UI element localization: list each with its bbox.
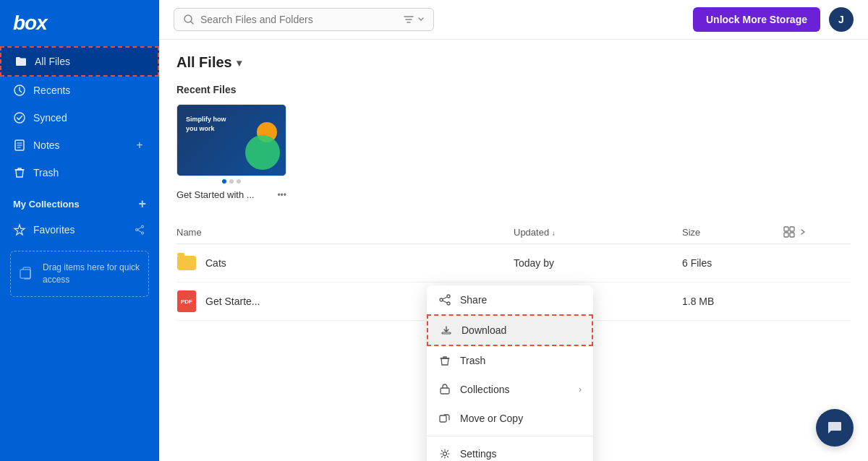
- notes-icon: [13, 139, 26, 152]
- content-area: All Files ▾ Recent Files Simplify how yo…: [159, 40, 868, 461]
- file-thumbnail: Simplify how you work: [176, 104, 286, 176]
- context-menu: Share Download: [427, 285, 593, 461]
- context-move-label: Move or Copy: [460, 413, 582, 424]
- unlock-storage-button[interactable]: Unlock More Storage: [693, 7, 820, 32]
- recent-file-card[interactable]: Simplify how you work Get Started with .…: [176, 104, 286, 200]
- sidebar-item-trash[interactable]: Trash: [0, 159, 159, 186]
- search-bar[interactable]: [174, 8, 434, 31]
- folder-type-icon: [176, 253, 197, 273]
- svg-rect-9: [790, 227, 794, 231]
- sidebar-item-label-notes: Notes: [33, 139, 126, 151]
- download-icon: [440, 324, 453, 337]
- svg-point-4: [142, 232, 144, 234]
- sidebar-item-notes[interactable]: Notes +: [0, 132, 159, 159]
- topbar: Unlock More Storage J: [159, 0, 868, 40]
- search-icon: [183, 14, 195, 25]
- svg-rect-6: [20, 270, 30, 278]
- collections-section-header: My Collections +: [0, 186, 159, 216]
- col-header-name: Name: [176, 220, 514, 244]
- svg-rect-16: [441, 388, 449, 394]
- context-download-label: Download: [461, 324, 580, 336]
- file-size: 6 Files: [682, 244, 783, 283]
- col-header-size: Size: [682, 220, 783, 244]
- trash-icon: [13, 166, 26, 179]
- file-name: Cats: [205, 257, 226, 269]
- sidebar-item-recents[interactable]: Recents: [0, 77, 159, 104]
- svg-point-1: [14, 113, 25, 123]
- grid-view-icon: [783, 226, 795, 238]
- clock-icon: [13, 84, 26, 97]
- file-name: Get Starte...: [205, 296, 260, 307]
- svg-rect-8: [784, 227, 788, 231]
- sidebar-item-label-favorites: Favorites: [33, 224, 126, 236]
- recent-files-section: Recent Files: [176, 84, 851, 95]
- context-settings-label: Settings: [460, 448, 582, 460]
- page-title: All Files ▾: [176, 54, 851, 71]
- context-menu-move-copy[interactable]: Move or Copy: [427, 404, 593, 433]
- check-circle-icon: [13, 111, 26, 124]
- sidebar: box All Files Recents: [0, 0, 159, 461]
- drag-drop-area: Drag items here for quick access: [10, 251, 149, 297]
- chat-button[interactable]: [816, 409, 854, 447]
- user-avatar[interactable]: J: [829, 7, 854, 32]
- svg-point-14: [440, 298, 443, 301]
- sidebar-item-label-all-files: All Files: [35, 56, 145, 67]
- context-menu-collections[interactable]: Collections ›: [427, 375, 593, 404]
- search-filter-button[interactable]: [403, 14, 425, 25]
- view-toggle[interactable]: [783, 226, 842, 238]
- sidebar-item-label-recents: Recents: [33, 85, 146, 96]
- svg-point-3: [142, 225, 144, 228]
- collections-header-label: My Collections: [13, 199, 80, 210]
- file-size: 1.8 MB: [682, 283, 783, 321]
- context-menu-divider: [427, 436, 593, 436]
- sidebar-item-favorites[interactable]: Favorites: [0, 216, 159, 244]
- sort-arrow-icon: ↓: [552, 229, 556, 237]
- app-logo: box: [0, 0, 159, 46]
- recent-files-list: Simplify how you work Get Started with .…: [176, 104, 851, 200]
- collections-arrow-icon: ›: [579, 384, 582, 395]
- context-menu-trash[interactable]: Trash: [427, 346, 593, 375]
- sidebar-nav: All Files Recents Synced: [0, 46, 159, 461]
- svg-rect-11: [790, 233, 794, 237]
- drag-area-label: Drag items here for quick access: [43, 262, 141, 286]
- context-menu-download[interactable]: Download: [427, 314, 593, 346]
- move-icon: [438, 412, 451, 425]
- svg-rect-17: [440, 415, 446, 422]
- file-updated: Today by: [514, 244, 682, 283]
- svg-point-5: [136, 229, 138, 231]
- context-trash-icon: [438, 354, 451, 367]
- folder-icon: [14, 55, 27, 68]
- share-icon: [438, 293, 451, 306]
- recent-file-more-button[interactable]: •••: [277, 190, 286, 200]
- main-content: Unlock More Storage J All Files ▾ Recent…: [159, 0, 868, 461]
- settings-icon: [438, 447, 451, 460]
- chat-icon: [826, 419, 843, 436]
- chevron-right-icon: [799, 228, 807, 236]
- notes-add-button[interactable]: +: [133, 139, 146, 152]
- table-row: Cats Today by 6 Files: [176, 244, 851, 283]
- sidebar-item-label-trash: Trash: [33, 167, 146, 178]
- pdf-type-icon: PDF: [176, 291, 197, 311]
- logo-text: box: [13, 12, 47, 35]
- file-name-cell[interactable]: Cats: [176, 253, 505, 273]
- context-share-label: Share: [460, 294, 582, 306]
- svg-rect-10: [784, 233, 788, 237]
- svg-point-12: [447, 295, 450, 298]
- star-icon: [13, 223, 26, 236]
- sidebar-item-all-files[interactable]: All Files: [0, 46, 159, 77]
- sidebar-item-label-synced: Synced: [33, 112, 146, 124]
- collections-icon: [438, 383, 451, 396]
- context-trash-label: Trash: [460, 355, 582, 366]
- context-menu-settings[interactable]: Settings: [427, 439, 593, 461]
- context-menu-share[interactable]: Share: [427, 285, 593, 314]
- search-input[interactable]: [200, 14, 397, 25]
- sidebar-item-synced[interactable]: Synced: [0, 104, 159, 132]
- context-collections-label: Collections: [460, 384, 570, 395]
- favorites-share-button[interactable]: [133, 223, 146, 236]
- col-header-updated[interactable]: Updated ↓: [514, 220, 682, 244]
- recent-file-name: Get Started with ...: [176, 189, 255, 200]
- col-header-actions: [783, 220, 851, 244]
- svg-rect-15: [442, 332, 451, 334]
- collections-add-button[interactable]: +: [138, 197, 146, 212]
- page-title-dropdown[interactable]: ▾: [237, 57, 242, 69]
